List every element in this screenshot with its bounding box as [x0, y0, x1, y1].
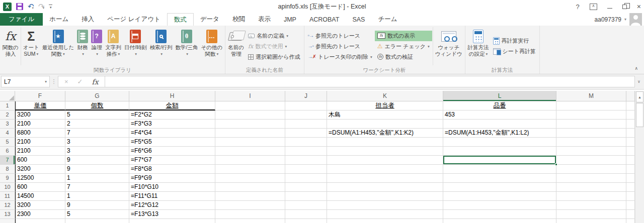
cell-N11[interactable] [626, 192, 635, 201]
cell-J6[interactable] [285, 147, 327, 156]
cell-I3[interactable] [215, 120, 285, 129]
cell-L11[interactable] [443, 192, 556, 201]
fill-handle[interactable] [555, 163, 557, 166]
cell-F6[interactable]: 2100 [15, 147, 65, 156]
row-header-10[interactable]: 10 [0, 183, 15, 192]
cell-J11[interactable] [285, 192, 327, 201]
lookup-button[interactable]: 検索/行列 ▾ [148, 26, 174, 66]
row-header-8[interactable]: 8 [0, 165, 15, 174]
cell-F4[interactable]: 6800 [15, 129, 65, 138]
cell-F10[interactable]: 600 [15, 183, 65, 192]
cell-H9[interactable]: =F9*G9 [129, 174, 215, 183]
cell-partial[interactable] [443, 219, 556, 223]
cell-L9[interactable] [443, 174, 556, 183]
cell-M3[interactable] [556, 120, 626, 129]
cell-partial[interactable] [215, 219, 285, 223]
name-box-dropdown-icon[interactable]: ▾ [45, 79, 47, 84]
cell-F3[interactable]: 2100 [15, 120, 65, 129]
expand-formula-bar-icon[interactable]: ∨ [635, 79, 643, 84]
cell-G8[interactable]: 9 [65, 165, 129, 174]
cell-J5[interactable] [285, 138, 327, 147]
scrollbar-thumb[interactable] [636, 103, 643, 127]
cell-N7[interactable] [626, 156, 635, 165]
row-header-7[interactable]: 7 [0, 156, 15, 165]
row-header-5[interactable]: 5 [0, 138, 15, 147]
recently-used-button[interactable]: ★ 最近使用した 関数▾ [41, 26, 76, 66]
cell-H13[interactable]: =F13*G13 [129, 210, 215, 219]
row-header-12[interactable]: 12 [0, 201, 15, 210]
cell-M13[interactable] [556, 210, 626, 219]
cell-L7[interactable] [443, 156, 556, 165]
restore-button[interactable] [622, 5, 627, 9]
undo-button[interactable]: ↶▾ [28, 2, 34, 11]
name-box[interactable]: L7 ▾ [1, 76, 50, 87]
error-checking-button[interactable]: ⚠ エラー チェック▾ [375, 41, 432, 52]
use-in-formula-button[interactable]: fx 数式で使用▾ [246, 41, 303, 52]
cell-G10[interactable]: 7 [65, 183, 129, 192]
tab-ACROBAT[interactable]: ACROBAT [303, 13, 346, 26]
cell-G12[interactable]: 9 [65, 201, 129, 210]
ribbon-display-options-icon[interactable]: ∧ [590, 4, 597, 10]
insert-function-icon[interactable]: fx [92, 78, 99, 86]
cell-F12[interactable]: 3200 [15, 201, 65, 210]
cell-partial[interactable] [285, 219, 327, 223]
cell-I1[interactable] [215, 101, 285, 110]
cell-M4[interactable] [556, 129, 626, 138]
cell-G9[interactable]: 1 [65, 174, 129, 183]
cell-I10[interactable] [215, 183, 285, 192]
cell-K12[interactable] [327, 201, 443, 210]
cell-M1[interactable] [556, 101, 626, 110]
row-header-2[interactable]: 2 [0, 110, 15, 120]
cell-I13[interactable] [215, 210, 285, 219]
cell-J7[interactable] [285, 156, 327, 165]
create-from-selection-button[interactable]: 選択範囲から作成 [246, 52, 303, 62]
cell-F7[interactable]: 600 [15, 156, 65, 165]
cell-I7[interactable] [215, 156, 285, 165]
cell-G13[interactable]: 5 [65, 210, 129, 219]
cell-N6[interactable] [626, 147, 635, 156]
tab-ページ レイアウト[interactable]: ページ レイアウト [101, 13, 167, 26]
column-header-F[interactable]: F [15, 91, 65, 101]
cell-J4[interactable] [285, 129, 327, 138]
account-area[interactable]: aa097379 ▾ [595, 13, 644, 26]
more-functions-button[interactable]: … その他の 関数▾ [200, 26, 224, 66]
cell-M11[interactable] [556, 192, 626, 201]
evaluate-formula-button[interactable]: fx 数式の検証 [375, 52, 432, 62]
column-header-H[interactable]: H [129, 91, 215, 101]
cell-J3[interactable] [285, 120, 327, 129]
row-header-11[interactable]: 11 [0, 192, 15, 201]
tab-表示[interactable]: 表示 [252, 13, 277, 26]
financial-button[interactable]: 財務 ▾ [75, 26, 90, 66]
cell-G11[interactable]: 1 [65, 192, 129, 201]
cell-K8[interactable] [327, 165, 443, 174]
cell-G7[interactable]: 9 [65, 156, 129, 165]
row-header-1[interactable]: 1 [0, 101, 15, 110]
cell-I4[interactable] [215, 129, 285, 138]
cell-J10[interactable] [285, 183, 327, 192]
cell-J12[interactable] [285, 201, 327, 210]
autosum-button[interactable]: Σ オート SUM▾ [22, 26, 41, 66]
watch-window-button[interactable]: ウォッチ ウィンドウ [434, 26, 464, 66]
text-functions-button[interactable]: A 文字列 操作▾ [104, 26, 123, 66]
tab-JMP[interactable]: JMP [277, 13, 303, 26]
cell-K3[interactable] [327, 120, 443, 129]
cell-N4[interactable] [626, 129, 635, 138]
cell-K10[interactable] [327, 183, 443, 192]
close-button[interactable]: × [637, 3, 641, 10]
cell-J13[interactable] [285, 210, 327, 219]
calculate-now-button[interactable]: 再計算実行 [491, 36, 539, 46]
cell-F1[interactable]: 単価 [15, 101, 65, 110]
math-trig-button[interactable]: θ 数学/三角 ▾ [174, 26, 200, 66]
cell-N13[interactable] [626, 210, 635, 219]
cell-M9[interactable] [556, 174, 626, 183]
cell-partial[interactable] [129, 219, 215, 223]
row-header-13[interactable]: 13 [0, 210, 15, 219]
column-header-J[interactable]: J [285, 91, 327, 101]
cell-G2[interactable]: 5 [65, 110, 129, 120]
column-header-I[interactable]: I [215, 91, 285, 101]
cell-L6[interactable] [443, 147, 556, 156]
column-header-M[interactable]: M [556, 91, 626, 101]
tab-ホーム[interactable]: ホーム [43, 13, 75, 26]
cell-I5[interactable] [215, 138, 285, 147]
cell-L3[interactable] [443, 120, 556, 129]
